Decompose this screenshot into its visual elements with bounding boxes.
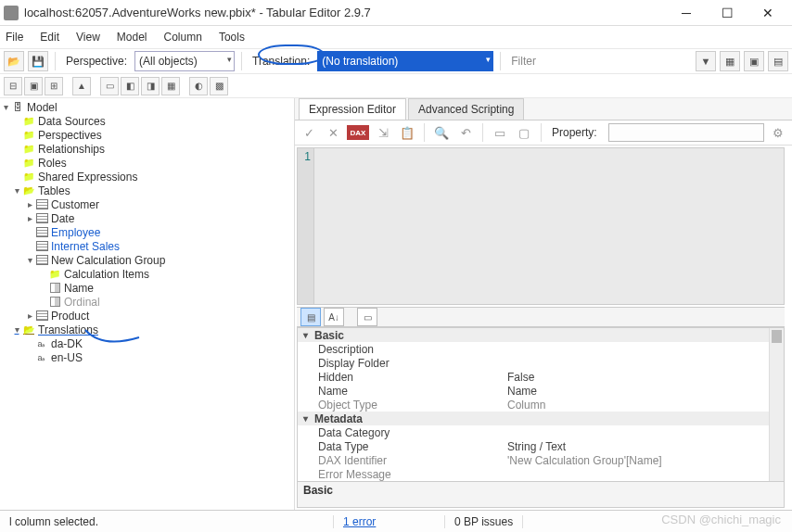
tree-perspectives[interactable]: Perspectives xyxy=(0,128,294,142)
filter-label[interactable]: Filter xyxy=(511,55,536,68)
tree-calc-items[interactable]: Calculation Items xyxy=(0,267,294,281)
column-icon xyxy=(48,297,61,308)
menu-view[interactable]: View xyxy=(76,31,100,44)
prop-name[interactable]: NameName xyxy=(298,384,784,398)
menu-tools[interactable]: Tools xyxy=(219,31,245,44)
menu-file[interactable]: File xyxy=(6,31,23,44)
separator xyxy=(55,52,56,70)
tree-tool-6[interactable]: ◧ xyxy=(121,77,139,95)
menu-column[interactable]: Column xyxy=(164,31,202,44)
tree-roles[interactable]: Roles xyxy=(0,156,294,170)
search-icon[interactable]: 🔍 xyxy=(431,122,452,143)
prop-description[interactable]: Description xyxy=(298,342,784,356)
prop-display-folder[interactable]: Display Folder xyxy=(298,356,784,370)
right-panel: Expression Editor Advanced Scripting ✓ ✕… xyxy=(295,98,792,510)
edit-tool-1[interactable]: ⇲ xyxy=(373,122,393,143)
tree-en-us[interactable]: en-US xyxy=(0,350,294,364)
open-button[interactable]: 📂 xyxy=(4,51,24,71)
cancel-icon[interactable]: ✕ xyxy=(323,122,343,143)
table-icon xyxy=(35,310,48,322)
tree-tool-3[interactable]: ⊞ xyxy=(45,77,63,95)
close-button[interactable]: ✕ xyxy=(747,0,788,26)
property-combo[interactable] xyxy=(608,123,764,142)
menu-edit[interactable]: Edit xyxy=(40,31,59,44)
model-tree[interactable]: ▾Model Data Sources Perspectives Relatio… xyxy=(0,98,295,510)
app-icon xyxy=(4,6,19,20)
property-grid[interactable]: ▾Basic Description Display Folder Hidden… xyxy=(297,327,785,482)
scrollbar[interactable] xyxy=(769,328,784,481)
code-editor[interactable]: 1 xyxy=(297,147,785,305)
tree-internet-sales[interactable]: Internet Sales xyxy=(0,239,294,253)
maximize-button[interactable]: ☐ xyxy=(707,0,747,26)
minimize-button[interactable]: ─ xyxy=(666,0,707,26)
prop-cat-basic[interactable]: ▾Basic xyxy=(298,328,784,342)
tree-shared-expr[interactable]: Shared Expressions xyxy=(0,170,294,184)
prop-error-message[interactable]: Error Message xyxy=(298,467,784,481)
tree-tool-4[interactable]: ▲ xyxy=(72,77,91,95)
tree-da-dk[interactable]: da-DK xyxy=(0,336,294,350)
tree-tool-2[interactable]: ▣ xyxy=(24,77,43,95)
edit-tool-3[interactable]: ↶ xyxy=(455,122,476,143)
status-errors[interactable]: 1 error xyxy=(334,515,445,528)
folder-open-icon xyxy=(22,185,35,196)
propgrid-alpha-icon[interactable]: A↓ xyxy=(324,308,344,326)
tree-new-calc-group[interactable]: ▾New Calculation Group xyxy=(0,253,294,267)
perspective-combo[interactable]: (All objects) ▾ xyxy=(134,51,235,71)
scrollbar-thumb[interactable] xyxy=(772,330,782,343)
tree-employee[interactable]: Employee xyxy=(0,225,294,239)
editor-tabs: Expression Editor Advanced Scripting xyxy=(295,98,792,120)
tool-grid2-icon[interactable]: ▣ xyxy=(744,51,764,71)
translation-label: Translation: xyxy=(252,55,310,68)
tree-relationships[interactable]: Relationships xyxy=(0,142,294,156)
accept-icon[interactable]: ✓ xyxy=(299,122,319,143)
prop-cat-metadata[interactable]: ▾Metadata xyxy=(298,412,784,425)
database-icon xyxy=(11,102,24,113)
window-title: localhost:62057.AdventureWorks new.pbix*… xyxy=(24,6,666,19)
prop-hidden[interactable]: HiddenFalse xyxy=(298,370,784,384)
menubar: File Edit View Model Column Tools xyxy=(0,26,792,48)
prop-dax-identifier[interactable]: DAX Identifier'New Calculation Group'[Na… xyxy=(298,453,784,467)
editor-toolbar: ✓ ✕ DAX ⇲ 📋 🔍 ↶ ▭ ▢ Property: ⚙ xyxy=(295,120,792,146)
translation-combo[interactable]: (No translation) ▾ xyxy=(317,51,493,71)
tree-name-col[interactable]: Name xyxy=(0,281,294,295)
folder-icon xyxy=(22,130,35,141)
translation-value: (No translation) xyxy=(322,55,398,68)
propgrid-categorized-icon[interactable]: ▤ xyxy=(300,308,321,326)
tree-tool-7[interactable]: ◨ xyxy=(141,77,160,95)
tree-ordinal-col[interactable]: Ordinal xyxy=(0,295,294,309)
tool-filter-icon[interactable]: ▼ xyxy=(696,51,716,71)
tree-customer[interactable]: ▸Customer xyxy=(0,197,294,211)
tree-tool-1[interactable]: ⊟ xyxy=(4,77,22,95)
propgrid-description: Basic xyxy=(297,482,785,508)
menu-model[interactable]: Model xyxy=(117,31,147,44)
prop-object-type[interactable]: Object TypeColumn xyxy=(298,398,784,412)
folder-icon xyxy=(22,158,35,169)
prop-data-type[interactable]: Data TypeString / Text xyxy=(298,439,784,453)
tree-tool-10[interactable]: ▩ xyxy=(210,77,228,95)
status-bar: l column selected. 1 error 0 BP issues xyxy=(0,510,792,532)
tree-tool-9[interactable]: ◐ xyxy=(189,77,208,95)
propgrid-pages-icon[interactable]: ▭ xyxy=(357,308,377,326)
save-button[interactable]: 💾 xyxy=(28,51,48,71)
edit-tool-2[interactable]: 📋 xyxy=(397,122,417,143)
tree-data-sources[interactable]: Data Sources xyxy=(0,114,294,128)
prop-data-category[interactable]: Data Category xyxy=(298,425,784,439)
tool-grid1-icon[interactable]: ▦ xyxy=(720,51,740,71)
table-icon xyxy=(35,227,48,238)
tab-advanced-scripting[interactable]: Advanced Scripting xyxy=(408,98,524,120)
tree-product[interactable]: ▸Product xyxy=(0,309,294,323)
tree-tables[interactable]: ▾Tables xyxy=(0,184,294,197)
tree-tool-8[interactable]: ▦ xyxy=(161,77,180,95)
tree-date[interactable]: ▸Date xyxy=(0,211,294,225)
tab-expression-editor[interactable]: Expression Editor xyxy=(299,98,406,120)
tree-translations[interactable]: ▾Translations xyxy=(0,323,294,336)
edit-tool-5[interactable]: ▢ xyxy=(514,122,534,143)
perspective-label: Perspective: xyxy=(66,55,127,68)
separator xyxy=(241,52,242,70)
edit-tool-4[interactable]: ▭ xyxy=(490,122,510,143)
edit-tool-6[interactable]: ⚙ xyxy=(768,122,788,143)
tree-model[interactable]: ▾Model xyxy=(0,100,294,114)
line-gutter: 1 xyxy=(298,148,314,304)
tree-tool-5[interactable]: ▭ xyxy=(100,77,119,95)
tool-grid3-icon[interactable]: ▤ xyxy=(768,51,788,71)
